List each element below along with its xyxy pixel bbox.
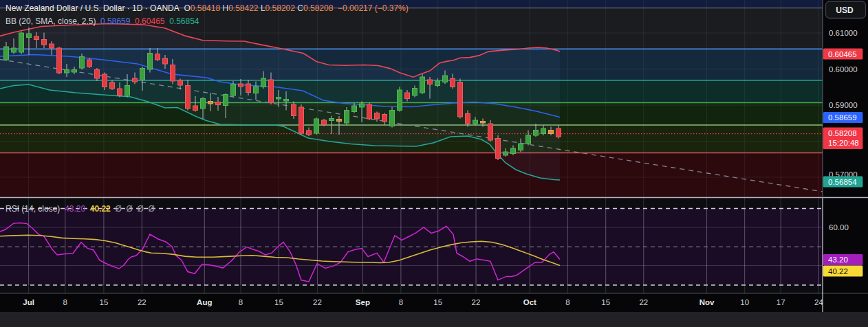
svg-text:New Zealand Dollar / U.S. Doll: New Zealand Dollar / U.S. Dollar · 1D · … (6, 3, 409, 13)
svg-text:Jul: Jul (23, 298, 34, 306)
svg-text:0.60000: 0.60000 (829, 65, 858, 74)
svg-text:15: 15 (433, 298, 442, 306)
svg-text:Sep: Sep (356, 298, 370, 306)
svg-text:8: 8 (399, 298, 403, 306)
svg-text:Aug: Aug (197, 298, 212, 306)
svg-text:15: 15 (601, 298, 610, 306)
svg-text:RSI (14, close) 43.20 40.22: RSI (14, close) 43.20 40.22 Ø Ø Ø Ø (6, 204, 155, 214)
svg-text:15: 15 (100, 298, 109, 306)
svg-text:43.20: 43.20 (828, 256, 848, 264)
svg-text:BB (20, SMA, close, 2.5) 0.58: BB (20, SMA, close, 2.5) 0.58659 0.60465… (6, 16, 199, 26)
svg-text:24: 24 (814, 298, 823, 306)
svg-text:60.00: 60.00 (829, 223, 849, 232)
svg-text:17: 17 (777, 298, 785, 306)
svg-text:USD: USD (836, 5, 854, 15)
svg-text:15: 15 (274, 298, 283, 306)
svg-text:22: 22 (138, 298, 147, 306)
svg-text:0.56854: 0.56854 (828, 178, 857, 186)
svg-text:0.58208: 0.58208 (828, 129, 857, 137)
svg-text:40.22: 40.22 (828, 267, 848, 275)
svg-text:10: 10 (740, 298, 749, 306)
svg-text:Oct: Oct (523, 298, 536, 306)
svg-text:0.60465: 0.60465 (828, 50, 857, 58)
svg-text:22: 22 (639, 298, 648, 306)
svg-text:0.61000: 0.61000 (829, 29, 858, 37)
svg-text:15:20:48: 15:20:48 (828, 139, 859, 147)
svg-text:22: 22 (472, 298, 481, 306)
svg-text:0.58659: 0.58659 (828, 113, 857, 122)
svg-text:Nov: Nov (699, 298, 715, 306)
svg-text:22: 22 (313, 298, 322, 306)
svg-text:8: 8 (239, 298, 243, 306)
svg-text:8: 8 (565, 298, 569, 306)
svg-text:0.59000: 0.59000 (829, 101, 858, 109)
svg-text:8: 8 (63, 298, 67, 306)
